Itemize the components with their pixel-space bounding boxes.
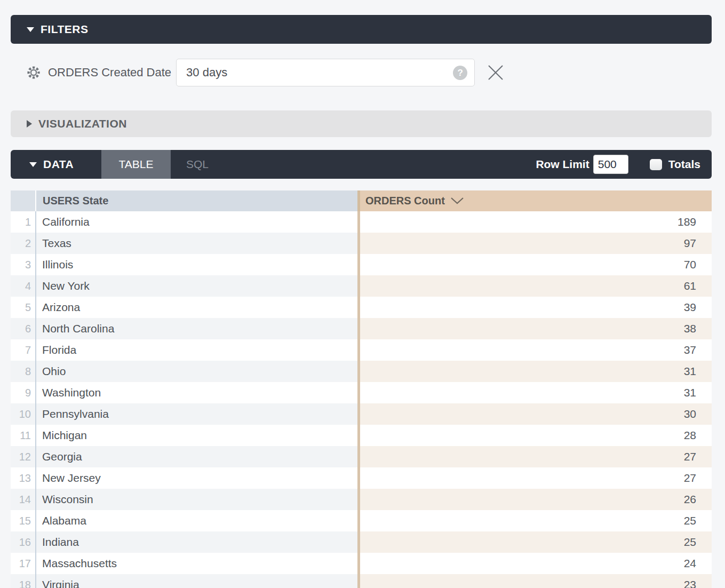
cell-users-state[interactable]: Washington bbox=[36, 382, 357, 403]
filters-section-header[interactable]: FILTERS bbox=[11, 15, 712, 44]
table-row: 3Illinois70 bbox=[11, 254, 712, 275]
cell-orders-count[interactable]: 97 bbox=[357, 233, 712, 254]
row-number: 16 bbox=[11, 531, 36, 553]
row-limit-input[interactable] bbox=[593, 155, 628, 174]
row-number: 2 bbox=[11, 233, 36, 254]
chevron-down-icon bbox=[29, 162, 37, 167]
cell-users-state[interactable]: Wisconsin bbox=[36, 489, 357, 510]
data-bar-controls: Row Limit Totals bbox=[536, 150, 712, 179]
row-number: 17 bbox=[11, 553, 36, 574]
cell-users-state[interactable]: New Jersey bbox=[36, 467, 357, 489]
cell-orders-count[interactable]: 61 bbox=[357, 275, 712, 297]
cell-users-state[interactable]: Ohio bbox=[36, 361, 357, 382]
cell-users-state[interactable]: Georgia bbox=[36, 446, 357, 467]
remove-filter-icon[interactable] bbox=[486, 63, 505, 82]
table-row: 14Wisconsin26 bbox=[11, 489, 712, 510]
cell-orders-count[interactable]: 25 bbox=[357, 510, 712, 531]
table-row: 17Massachusetts24 bbox=[11, 553, 712, 574]
row-number: 6 bbox=[11, 318, 36, 339]
table-row: 1California189 bbox=[11, 211, 712, 233]
cell-orders-count[interactable]: 38 bbox=[357, 318, 712, 339]
cell-orders-count[interactable]: 27 bbox=[357, 446, 712, 467]
cell-orders-count[interactable]: 39 bbox=[357, 297, 712, 318]
table-row: 9Washington31 bbox=[11, 382, 712, 403]
table-row: 5Arizona39 bbox=[11, 297, 712, 318]
data-section-toggle[interactable]: DATA bbox=[11, 150, 101, 179]
cell-users-state[interactable]: Texas bbox=[36, 233, 357, 254]
tab-table[interactable]: TABLE bbox=[101, 150, 171, 179]
row-limit-label: Row Limit bbox=[536, 158, 589, 171]
cell-users-state[interactable]: Indiana bbox=[36, 531, 357, 553]
table-row: 11Michigan28 bbox=[11, 425, 712, 446]
gear-icon[interactable] bbox=[26, 65, 42, 81]
cell-orders-count[interactable]: 30 bbox=[357, 403, 712, 425]
visualization-section-title: VISUALIZATION bbox=[38, 117, 127, 130]
table-row: 12Georgia27 bbox=[11, 446, 712, 467]
cell-users-state[interactable]: Illinois bbox=[36, 254, 357, 275]
chevron-right-icon bbox=[27, 120, 32, 128]
table-row: 2Texas97 bbox=[11, 233, 712, 254]
tab-sql[interactable]: SQL bbox=[171, 150, 224, 179]
totals-label: Totals bbox=[668, 158, 700, 171]
cell-users-state[interactable]: Virginia bbox=[36, 574, 357, 588]
cell-orders-count[interactable]: 27 bbox=[357, 467, 712, 489]
row-number: 3 bbox=[11, 254, 36, 275]
row-number: 12 bbox=[11, 446, 36, 467]
cell-users-state[interactable]: Arizona bbox=[36, 297, 357, 318]
table-row: 7Florida37 bbox=[11, 339, 712, 361]
cell-orders-count[interactable]: 70 bbox=[357, 254, 712, 275]
cell-orders-count[interactable]: 24 bbox=[357, 553, 712, 574]
cell-users-state[interactable]: Michigan bbox=[36, 425, 357, 446]
cell-orders-count[interactable]: 28 bbox=[357, 425, 712, 446]
sort-desc-chevron-icon bbox=[450, 197, 464, 205]
visualization-section-header[interactable]: VISUALIZATION bbox=[11, 110, 712, 137]
results-table: USERS State ORDERS Count 1California1892… bbox=[11, 190, 712, 588]
row-number: 7 bbox=[11, 339, 36, 361]
cell-users-state[interactable]: North Carolina bbox=[36, 318, 357, 339]
table-row: 10Pennsylvania30 bbox=[11, 403, 712, 425]
row-number: 4 bbox=[11, 275, 36, 297]
cell-users-state[interactable]: Florida bbox=[36, 339, 357, 361]
row-number: 11 bbox=[11, 425, 36, 446]
cell-orders-count[interactable]: 25 bbox=[357, 531, 712, 553]
help-icon[interactable]: ? bbox=[453, 66, 467, 80]
table-row: 6North Carolina38 bbox=[11, 318, 712, 339]
cell-users-state[interactable]: New York bbox=[36, 275, 357, 297]
table-row: 16Indiana25 bbox=[11, 531, 712, 553]
column-header-orders-count-label: ORDERS Count bbox=[365, 195, 445, 207]
cell-orders-count[interactable]: 37 bbox=[357, 339, 712, 361]
table-row: 4New York61 bbox=[11, 275, 712, 297]
cell-orders-count[interactable]: 31 bbox=[357, 361, 712, 382]
row-number: 14 bbox=[11, 489, 36, 510]
row-number: 8 bbox=[11, 361, 36, 382]
cell-orders-count[interactable]: 31 bbox=[357, 382, 712, 403]
row-number: 1 bbox=[11, 211, 36, 233]
chevron-down-icon bbox=[27, 27, 34, 32]
data-bar-spacer bbox=[224, 150, 536, 179]
data-section-title: DATA bbox=[43, 158, 74, 171]
filter-value-input[interactable]: 30 days ? bbox=[176, 59, 475, 86]
cell-users-state[interactable]: California bbox=[36, 211, 357, 233]
row-number: 10 bbox=[11, 403, 36, 425]
cell-orders-count[interactable]: 23 bbox=[357, 574, 712, 588]
filter-row: ORDERS Created Date 30 days ? bbox=[26, 59, 712, 86]
cell-orders-count[interactable]: 189 bbox=[357, 211, 712, 233]
row-number: 9 bbox=[11, 382, 36, 403]
row-number-column-header bbox=[11, 190, 36, 211]
cell-orders-count[interactable]: 26 bbox=[357, 489, 712, 510]
table-body: 1California1892Texas973Illinois704New Yo… bbox=[11, 211, 712, 588]
table-row: 8Ohio31 bbox=[11, 361, 712, 382]
cell-users-state[interactable]: Pennsylvania bbox=[36, 403, 357, 425]
totals-checkbox[interactable] bbox=[650, 159, 662, 170]
row-number: 18 bbox=[11, 574, 36, 588]
cell-users-state[interactable]: Massachusetts bbox=[36, 553, 357, 574]
row-number: 15 bbox=[11, 510, 36, 531]
row-number: 13 bbox=[11, 467, 36, 489]
column-header-users-state[interactable]: USERS State bbox=[36, 190, 357, 211]
cell-users-state[interactable]: Alabama bbox=[36, 510, 357, 531]
data-section-header: DATA TABLE SQL Row Limit Totals bbox=[11, 150, 712, 179]
filter-field-label: ORDERS Created Date bbox=[48, 66, 171, 80]
column-header-orders-count[interactable]: ORDERS Count bbox=[357, 190, 712, 211]
filter-value-text: 30 days bbox=[186, 66, 227, 80]
table-row: 18Virginia23 bbox=[11, 574, 712, 588]
